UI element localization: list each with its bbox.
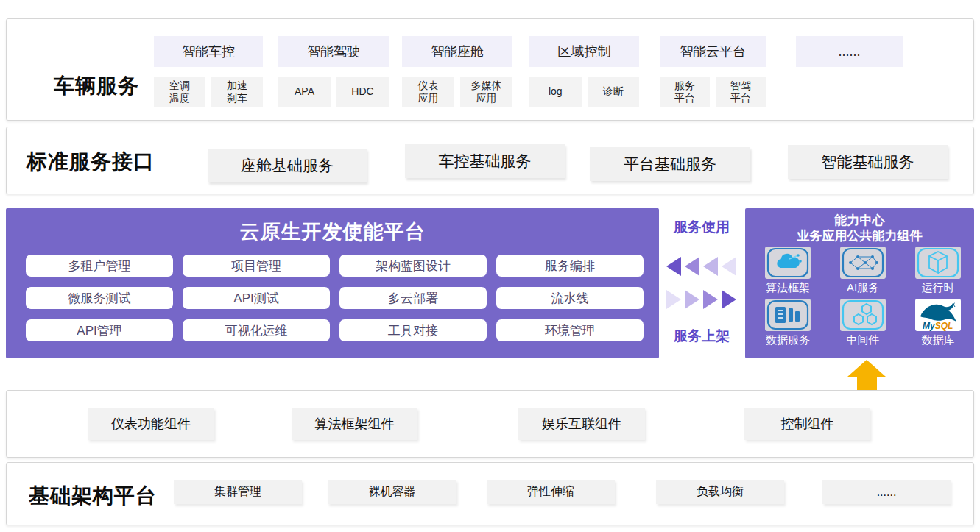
interface-chip: 平台基础服务 [590, 147, 750, 181]
interface-chip: 车控基础服务 [405, 144, 565, 178]
vehicle-group-smart-cockpit: 智能座舱 仪表 应用 多媒体 应用 [402, 36, 512, 107]
platform-capability: 环境管理 [496, 319, 644, 341]
runtime-cube-icon [915, 247, 961, 279]
right-arrow-icon [685, 290, 699, 309]
component-chip: 算法框架组件 [292, 408, 417, 440]
vehicle-category: 智能驾驶 [278, 36, 389, 67]
left-arrow-icon [703, 257, 718, 276]
capability-item: 中间件 [826, 299, 900, 347]
capability-label: 中间件 [847, 333, 880, 347]
cloud-platform-panel: 云原生开发使能平台 多租户管理 项目管理 架构蓝图设计 服务编排 微服务测试 A… [6, 208, 659, 358]
capability-item: AI服务 [826, 247, 900, 295]
right-arrow-icon [703, 290, 718, 309]
platform-capability: 流水线 [496, 287, 644, 309]
vehicle-subservice: 空调 温度 [154, 77, 205, 107]
platform-capability: 多租户管理 [26, 255, 173, 277]
component-chip: 控制组件 [744, 408, 870, 440]
vehicle-group-more: ...... [796, 36, 903, 67]
vehicle-subservice: log [529, 77, 582, 107]
up-arrow-icon [847, 360, 886, 377]
left-arrow-icon [685, 257, 699, 276]
capability-label: 运行时 [922, 281, 955, 295]
vehicle-services-section: 车辆服务 智能车控 空调 温度 加速 刹车 智能驾驶 APA HDC 智能座舱 … [6, 18, 974, 121]
platform-capability: 架构蓝图设计 [339, 255, 487, 277]
capability-item: 运行时 [901, 247, 975, 295]
ai-network-icon [840, 247, 886, 279]
capability-title-line1: 能力中心 [745, 213, 974, 228]
service-publish-label: 服务上架 [658, 327, 746, 346]
vehicle-category: 智能座舱 [402, 36, 512, 67]
cloud-platform-title: 云原生开发使能平台 [6, 219, 659, 245]
vehicle-subservice: APA [278, 77, 331, 107]
capability-title-line2: 业务应用公共能力组件 [745, 228, 974, 244]
infrastructure-section: 基础架构平台 集群管理 裸机容器 弹性伸缩 负载均衡 ...... [6, 462, 974, 525]
vehicle-category: 智能车控 [154, 36, 263, 67]
capability-center-panel: 能力中心 业务应用公共能力组件 算法框架 [745, 208, 974, 358]
vehicle-subservice: HDC [336, 77, 389, 107]
platform-capability: 多云部署 [339, 287, 487, 309]
right-arrow-icon [666, 290, 681, 309]
infra-chip: 裸机容器 [328, 480, 456, 504]
middleware-hexagons-icon [840, 299, 886, 331]
vehicle-group-zone-control: 区域控制 log 诊断 [529, 36, 639, 107]
vehicle-services-title: 车辆服务 [54, 72, 139, 100]
interface-chip: 智能基础服务 [788, 145, 948, 179]
architecture-diagram: 车辆服务 智能车控 空调 温度 加速 刹车 智能驾驶 APA HDC 智能座舱 … [0, 0, 980, 532]
cloud-algorithm-icon [765, 247, 811, 279]
capability-label: 数据服务 [766, 333, 810, 347]
component-chip: 娱乐互联组件 [518, 408, 645, 440]
infrastructure-title: 基础架构平台 [29, 482, 157, 510]
interface-chip: 座舱基础服务 [208, 149, 367, 182]
mysql-database-icon: MySQL [915, 299, 961, 331]
platform-capability: 项目管理 [183, 255, 330, 277]
vehicle-group-smart-cloud: 智能云平台 服务 平台 智驾 平台 [660, 36, 766, 107]
cloud-platform-grid: 多租户管理 项目管理 架构蓝图设计 服务编排 微服务测试 API测试 多云部署 … [26, 255, 644, 341]
standard-interface-title: 标准服务接口 [27, 148, 155, 176]
vehicle-subservice: 服务 平台 [660, 77, 710, 107]
right-arrow-icon [722, 290, 736, 309]
standard-interface-section: 标准服务接口 座舱基础服务 车控基础服务 平台基础服务 智能基础服务 [6, 127, 974, 194]
vehicle-group-smart-driving: 智能驾驶 APA HDC [278, 36, 389, 107]
vehicle-subservice: 仪表 应用 [402, 77, 454, 107]
component-chip: 仪表功能组件 [88, 408, 214, 440]
infra-chip: 集群管理 [174, 480, 302, 504]
platform-capability: API测试 [183, 287, 330, 309]
capability-item: 数据服务 [751, 299, 825, 347]
capability-grid: 算法框架 [751, 247, 975, 347]
vehicle-category: ...... [796, 36, 903, 67]
components-section: 仪表功能组件 算法框架组件 娱乐互联组件 控制组件 [6, 390, 974, 458]
vehicle-subservice: 多媒体 应用 [460, 77, 512, 107]
infra-chip: 弹性伸缩 [487, 480, 615, 504]
vehicle-category: 智能云平台 [660, 36, 766, 67]
platform-capability: API管理 [26, 319, 173, 341]
platform-capability: 服务编排 [496, 255, 644, 277]
platform-capability: 微服务测试 [26, 287, 173, 309]
vehicle-subservice: 智驾 平台 [716, 77, 766, 107]
capability-label: 数据库 [922, 333, 955, 347]
vehicle-category: 区域控制 [529, 36, 639, 67]
arrows-right [666, 290, 736, 309]
infra-chip: ...... [822, 480, 951, 504]
capability-label: 算法框架 [766, 281, 810, 295]
service-use-label: 服务使用 [658, 218, 746, 237]
vehicle-group-smart-control: 智能车控 空调 温度 加速 刹车 [154, 36, 263, 107]
capability-center-title: 能力中心 业务应用公共能力组件 [745, 213, 974, 244]
capability-label: AI服务 [847, 281, 879, 295]
left-arrow-icon [666, 257, 681, 276]
vehicle-subservice: 诊断 [588, 77, 640, 107]
infra-chip: 负载均衡 [656, 480, 784, 504]
platform-capability: 工具对接 [339, 319, 487, 341]
data-service-icon [765, 299, 811, 331]
capability-item: MySQL 数据库 [901, 299, 975, 347]
capability-item: 算法框架 [751, 247, 825, 295]
arrows-left [666, 257, 736, 276]
svg-text:MySQL: MySQL [923, 321, 953, 331]
platform-capability: 可视化运维 [183, 319, 330, 341]
vehicle-subservice: 加速 刹车 [211, 77, 263, 107]
left-arrow-icon [722, 257, 736, 276]
